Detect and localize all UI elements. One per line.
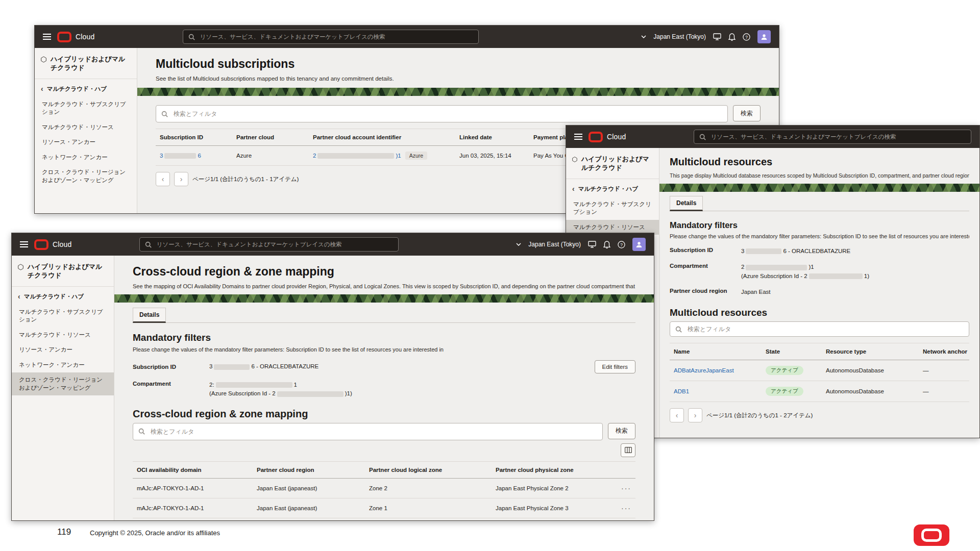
network-anchor-cell: — — [919, 360, 969, 381]
mandatory-filters-desc: Please change the values of the mandator… — [133, 346, 635, 353]
oracle-logo — [914, 524, 949, 546]
next-page-button[interactable]: › — [688, 408, 702, 422]
console-header: Cloud Japan East (Tokyo) ? — [12, 233, 654, 256]
resources-table: Name State Resource type Network anchor … — [670, 343, 969, 402]
account-identifier-link[interactable]: 2)1 — [313, 153, 401, 159]
prev-page-button[interactable]: ‹ — [156, 172, 170, 186]
table-filter-search[interactable] — [133, 423, 603, 440]
sidebar-header: ハイブリッドおよびマルチクラウド — [12, 256, 114, 287]
physical-zone-cell: Japan East Physical Zone 2 — [492, 478, 614, 498]
global-search[interactable] — [139, 237, 399, 252]
chevron-down-icon — [516, 243, 521, 246]
zone-mapping-table: OCI availability domain Partner cloud re… — [133, 461, 635, 518]
sidebar-item-subscriptions[interactable]: マルチクラウド・サブスクリプション — [566, 197, 659, 220]
availability-domain-cell: mAJc:AP-TOKYO-1-AD-1 — [133, 478, 253, 498]
hamburger-menu-icon[interactable] — [574, 134, 582, 140]
compartment-label: Compartment — [670, 263, 741, 269]
table-filter-search[interactable] — [670, 321, 969, 337]
page-subtitle: This page display Multicloud database re… — [670, 172, 969, 179]
filter-input[interactable] — [150, 428, 597, 436]
slide-page-number: 119 — [57, 527, 71, 537]
search-button[interactable]: 検索 — [733, 105, 761, 121]
col-partner-cloud: Partner cloud — [232, 129, 309, 146]
edit-filters-button[interactable]: Edit filters — [595, 360, 636, 373]
sidebar-header: ハイブリッドおよびマルチクラウド — [35, 48, 137, 79]
logical-zone-cell: Zone 1 — [365, 498, 492, 518]
sidebar-back-multicloud-hub[interactable]: ‹ マルチクラウド・ハブ — [566, 179, 659, 197]
user-avatar[interactable] — [757, 30, 771, 43]
search-icon — [675, 326, 682, 333]
tab-details[interactable]: Details — [670, 196, 703, 211]
global-search-input[interactable] — [199, 33, 473, 40]
global-search-input[interactable] — [156, 241, 393, 248]
search-button[interactable]: 検索 — [608, 423, 635, 439]
subscription-id-value: 36 - ORACLEDBATAZURE — [209, 362, 318, 371]
header-actions: Japan East (Tokyo) ? — [516, 238, 646, 251]
sidebar-title: ハイブリッドおよびマルチクラウド — [581, 155, 653, 172]
sidebar-item-resource-anchor[interactable]: リソース・アンカー — [12, 342, 114, 358]
user-avatar[interactable] — [632, 238, 646, 251]
sidebar-back-multicloud-hub[interactable]: ‹ マルチクラウド・ハブ — [35, 79, 137, 97]
page-subtitle: See the mapping of OCI Availability Doma… — [133, 283, 635, 289]
next-page-button[interactable]: › — [174, 172, 188, 186]
oracle-ring-icon — [589, 132, 603, 142]
sidebar-item-network-anchor[interactable]: ネットワーク・アンカー — [12, 358, 114, 373]
col-linked-date: Linked date — [455, 129, 529, 146]
resources-section-title: Multicloud resources — [670, 307, 969, 318]
hamburger-menu-icon[interactable] — [43, 34, 51, 40]
tab-details[interactable]: Details — [133, 308, 166, 323]
sidebar: ハイブリッドおよびマルチクラウド ‹ マルチクラウド・ハブ マルチクラウド・サブ… — [12, 256, 114, 520]
sidebar-item-cross-cloud-mapping[interactable]: クロス・クラウド・リージョンおよびゾーン・マッピング — [35, 165, 137, 188]
help-icon[interactable]: ? — [743, 33, 750, 41]
sidebar-item-resources[interactable]: マルチクラウド・リソース — [12, 328, 114, 343]
subscription-id-label: Subscription ID — [133, 364, 209, 370]
help-icon[interactable]: ? — [618, 241, 625, 248]
global-search-input[interactable] — [710, 133, 966, 140]
compartment-label: Compartment — [133, 381, 209, 387]
oracle-cloud-logo[interactable]: Cloud — [57, 32, 95, 42]
prev-page-button[interactable]: ‹ — [670, 408, 684, 422]
tab-bar: Details — [133, 308, 635, 323]
row-actions-icon[interactable]: ··· — [614, 498, 635, 518]
sidebar-title: ハイブリッドおよびマルチクラウド — [28, 263, 108, 280]
notifications-bell-icon[interactable] — [603, 241, 610, 248]
global-search[interactable] — [183, 30, 479, 44]
table-row: ADBatAzureJapanEast アクティブ AutonomousData… — [670, 360, 969, 381]
person-icon — [760, 33, 768, 41]
table-row: ADB1 アクティブ AutonomousDatabase — — [670, 381, 969, 402]
sidebar-item-resources[interactable]: マルチクラウド・リソース — [35, 120, 137, 135]
table-filter-search[interactable] — [156, 105, 728, 122]
redacted-text — [164, 153, 196, 159]
row-actions-icon[interactable]: ··· — [614, 478, 635, 498]
partner-cloud-region-value: Japan East — [741, 288, 771, 296]
region-cell: Japan East (japaneast) — [253, 478, 365, 498]
subscription-id-link[interactable]: 36 — [160, 153, 201, 159]
sidebar-item-subscriptions[interactable]: マルチクラウド・サブスクリプション — [12, 305, 114, 328]
resource-name-link[interactable]: ADBatAzureJapanEast — [674, 367, 734, 373]
console-display-icon[interactable] — [713, 33, 721, 40]
person-icon — [635, 240, 643, 248]
region-selector[interactable]: Japan East (Tokyo) — [528, 241, 581, 248]
filter-input[interactable] — [687, 325, 964, 333]
oracle-cloud-logo[interactable]: Cloud — [589, 132, 626, 142]
resource-name-link[interactable]: ADB1 — [674, 388, 689, 394]
col-oci-availability-domain: OCI availability domain — [133, 461, 253, 478]
oracle-cloud-logo[interactable]: Cloud — [34, 239, 72, 250]
sidebar-item-subscriptions[interactable]: マルチクラウド・サブスクリプション — [35, 97, 137, 120]
global-search[interactable] — [694, 130, 971, 144]
notifications-bell-icon[interactable] — [728, 33, 736, 41]
hamburger-menu-icon[interactable] — [20, 241, 28, 247]
search-icon — [145, 241, 152, 248]
sidebar-item-cross-cloud-mapping[interactable]: クロス・クラウド・リージョンおよびゾーン・マッピング — [12, 372, 114, 395]
region-selector[interactable]: Japan East (Tokyo) — [653, 33, 706, 40]
sidebar-back-multicloud-hub[interactable]: ‹ マルチクラウド・ハブ — [12, 287, 114, 305]
search-icon — [161, 111, 168, 117]
sidebar-item-resource-anchor[interactable]: リソース・アンカー — [35, 135, 137, 150]
pagination-label: ページ1/1 (合計2のうちの1 - 2アイテム) — [706, 412, 813, 419]
columns-icon — [625, 447, 632, 453]
manage-columns-button[interactable] — [621, 443, 635, 457]
console-display-icon[interactable] — [588, 241, 596, 248]
azure-badge: Azure — [405, 152, 427, 160]
filter-input[interactable] — [173, 110, 722, 118]
sidebar-item-network-anchor[interactable]: ネットワーク・アンカー — [35, 150, 137, 165]
